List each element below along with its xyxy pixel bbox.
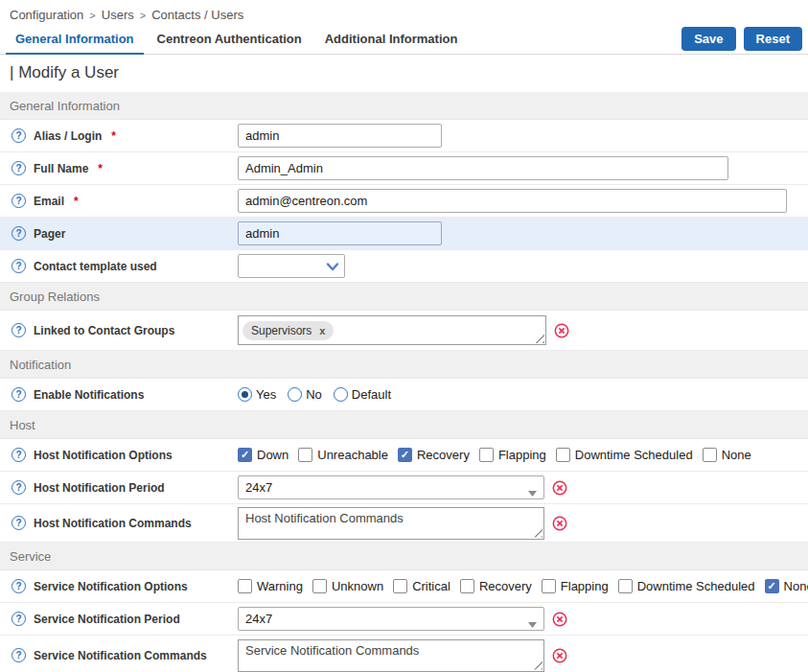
- row-contact-groups: Linked to Contact Groups Supervisors x: [0, 311, 808, 351]
- contact-group-chip: Supervisors x: [242, 321, 334, 340]
- checkbox-icon: [479, 448, 494, 462]
- checkbox-service-warning[interactable]: Warning: [238, 579, 303, 593]
- form-actions: Save Reset: [681, 27, 802, 51]
- service-period-value: 24x7: [245, 612, 272, 626]
- breadcrumb-separator: >: [140, 10, 146, 21]
- host-commands-label: Host Notification Commands: [34, 517, 192, 530]
- tab-centreon-authentication[interactable]: Centreon Authentication: [146, 26, 313, 54]
- alias-login-label: Alias / Login: [34, 129, 102, 143]
- section-group-relations: Group Relations: [0, 283, 808, 311]
- reset-button[interactable]: Reset: [744, 27, 802, 51]
- help-icon[interactable]: [12, 161, 26, 175]
- clear-icon[interactable]: [552, 648, 567, 663]
- checkbox-service-flapping[interactable]: Flapping: [542, 579, 609, 593]
- checkbox-icon: [618, 579, 633, 593]
- checkbox-service-critical[interactable]: Critical: [393, 579, 450, 593]
- caret-down-icon: [528, 616, 537, 631]
- required-asterisk: *: [111, 129, 116, 143]
- chip-remove-icon[interactable]: x: [319, 325, 325, 336]
- resize-handle[interactable]: [535, 334, 544, 343]
- radio-icon: [334, 387, 348, 402]
- service-period-select[interactable]: 24x7: [238, 607, 544, 631]
- contact-groups-label: Linked to Contact Groups: [34, 324, 174, 337]
- clear-icon[interactable]: [554, 323, 569, 338]
- clear-icon[interactable]: [552, 480, 567, 496]
- checkbox-icon: [312, 579, 327, 593]
- checkbox-icon: [398, 448, 412, 462]
- checkbox-icon: [460, 579, 474, 593]
- radio-default[interactable]: Default: [334, 387, 391, 402]
- checkbox-service-recovery[interactable]: Recovery: [460, 579, 532, 593]
- checkbox-host-recovery[interactable]: Recovery: [398, 448, 470, 462]
- contact-groups-input[interactable]: Supervisors x: [238, 315, 546, 345]
- help-icon[interactable]: [12, 194, 26, 208]
- help-icon[interactable]: [12, 648, 26, 662]
- help-icon[interactable]: [12, 516, 26, 530]
- required-asterisk: *: [98, 162, 103, 175]
- help-icon[interactable]: [12, 448, 26, 462]
- email-label: Email: [34, 195, 64, 208]
- full-name-label: Full Name: [34, 162, 88, 175]
- row-email: Email *: [0, 185, 808, 218]
- checkbox-icon: [703, 448, 717, 462]
- page-title: | Modify a User: [0, 55, 808, 92]
- radio-icon: [238, 387, 252, 402]
- help-icon[interactable]: [12, 226, 26, 241]
- checkbox-host-none[interactable]: None: [703, 448, 751, 462]
- breadcrumb-users[interactable]: Users: [102, 8, 134, 22]
- checkbox-service-unknown[interactable]: Unknown: [312, 579, 383, 593]
- help-icon[interactable]: [12, 387, 26, 402]
- help-icon[interactable]: [12, 323, 26, 337]
- breadcrumb: Configuration > Users > Contacts / Users: [0, 0, 808, 26]
- breadcrumb-contacts-users[interactable]: Contacts / Users: [151, 8, 243, 22]
- service-commands-input[interactable]: Service Notification Commands: [238, 639, 544, 672]
- radio-yes[interactable]: Yes: [238, 387, 276, 402]
- radio-no[interactable]: No: [288, 387, 322, 402]
- row-full-name: Full Name *: [0, 152, 808, 185]
- help-icon[interactable]: [12, 579, 26, 593]
- checkbox-host-flapping[interactable]: Flapping: [479, 448, 546, 462]
- chevron-down-icon: [326, 260, 339, 276]
- pager-input[interactable]: [238, 221, 442, 245]
- email-input[interactable]: [238, 189, 787, 213]
- help-icon[interactable]: [12, 128, 26, 143]
- resize-handle[interactable]: [533, 660, 543, 670]
- breadcrumb-configuration[interactable]: Configuration: [10, 8, 83, 22]
- host-commands-input[interactable]: Host Notification Commands: [238, 507, 544, 540]
- row-host-notification-options: Host Notification Options Down Unreachab…: [0, 439, 808, 472]
- checkbox-icon: [542, 579, 556, 593]
- contact-template-select[interactable]: [238, 254, 345, 278]
- service-period-label: Service Notification Period: [34, 613, 180, 626]
- section-general-information: General Information: [0, 92, 808, 120]
- pager-label: Pager: [34, 227, 65, 241]
- clear-icon[interactable]: [552, 516, 567, 531]
- checkbox-host-down[interactable]: Down: [238, 448, 289, 462]
- breadcrumb-separator: >: [89, 10, 95, 21]
- tab-general-information[interactable]: General Information: [4, 26, 146, 54]
- row-pager: Pager: [0, 218, 808, 250]
- help-icon[interactable]: [12, 612, 26, 626]
- checkbox-host-downtime-scheduled[interactable]: Downtime Scheduled: [556, 448, 693, 462]
- row-host-notification-period: Host Notification Period 24x7: [0, 472, 808, 504]
- checkbox-host-unreachable[interactable]: Unreachable: [298, 448, 388, 462]
- row-service-notification-commands: Service Notification Commands Service No…: [0, 636, 808, 672]
- resize-handle[interactable]: [533, 528, 543, 538]
- checkbox-icon: [556, 448, 570, 462]
- host-period-select[interactable]: 24x7: [238, 475, 544, 499]
- row-alias-login: Alias / Login *: [0, 120, 808, 152]
- row-host-notification-commands: Host Notification Commands Host Notifica…: [0, 504, 808, 543]
- checkbox-service-downtime-scheduled[interactable]: Downtime Scheduled: [618, 579, 755, 593]
- help-icon[interactable]: [12, 480, 26, 495]
- host-options-label: Host Notification Options: [34, 449, 173, 462]
- section-notification: Notification: [0, 351, 808, 379]
- tab-additional-information[interactable]: Additional Information: [313, 26, 470, 54]
- full-name-input[interactable]: [238, 156, 728, 180]
- alias-login-input[interactable]: [238, 124, 442, 148]
- clear-icon[interactable]: [552, 612, 567, 627]
- checkbox-icon: [393, 579, 407, 593]
- chip-label: Supervisors: [251, 324, 312, 337]
- checkbox-service-none[interactable]: None: [765, 579, 808, 593]
- save-button[interactable]: Save: [681, 27, 735, 51]
- row-service-notification-options: Service Notification Options Warning Unk…: [0, 570, 808, 603]
- help-icon[interactable]: [12, 259, 26, 273]
